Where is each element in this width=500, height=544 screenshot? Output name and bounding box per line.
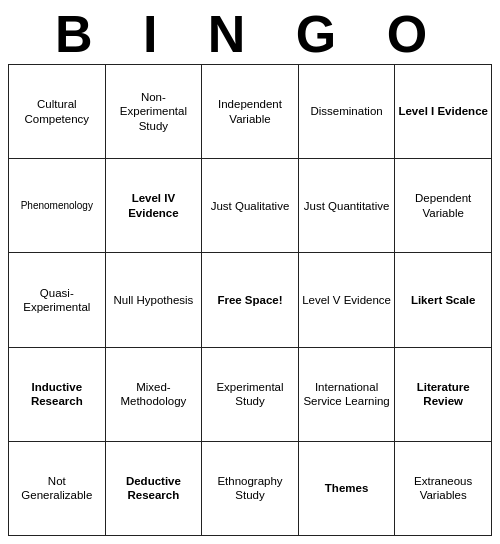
cell-3-4: Literature Review xyxy=(395,347,492,441)
cell-1-3: Just Quantitative xyxy=(298,159,395,253)
cell-1-0: Phenomenology xyxy=(9,159,106,253)
cell-3-3: International Service Learning xyxy=(298,347,395,441)
cell-2-2: Free Space! xyxy=(202,253,299,347)
cell-2-4: Likert Scale xyxy=(395,253,492,347)
cell-4-2: Ethnography Study xyxy=(202,441,299,535)
cell-1-4: Dependent Variable xyxy=(395,159,492,253)
cell-3-1: Mixed-Methodology xyxy=(105,347,202,441)
cell-3-2: Experimental Study xyxy=(202,347,299,441)
cell-1-2: Just Qualitative xyxy=(202,159,299,253)
cell-4-3: Themes xyxy=(298,441,395,535)
cell-2-3: Level V Evidence xyxy=(298,253,395,347)
bingo-title: B I N G O xyxy=(8,8,492,60)
cell-0-4: Level I Evidence xyxy=(395,65,492,159)
cell-4-0: Not Generalizable xyxy=(9,441,106,535)
cell-2-1: Null Hypothesis xyxy=(105,253,202,347)
cell-1-1: Level IV Evidence xyxy=(105,159,202,253)
cell-4-1: Deductive Research xyxy=(105,441,202,535)
cell-0-0: Cultural Competency xyxy=(9,65,106,159)
cell-2-0: Quasi-Experimental xyxy=(9,253,106,347)
cell-0-1: Non-Experimental Study xyxy=(105,65,202,159)
cell-4-4: Extraneous Variables xyxy=(395,441,492,535)
cell-0-2: Independent Variable xyxy=(202,65,299,159)
bingo-grid: Cultural CompetencyNon-Experimental Stud… xyxy=(8,64,492,536)
cell-3-0: Inductive Research xyxy=(9,347,106,441)
cell-0-3: Dissemination xyxy=(298,65,395,159)
